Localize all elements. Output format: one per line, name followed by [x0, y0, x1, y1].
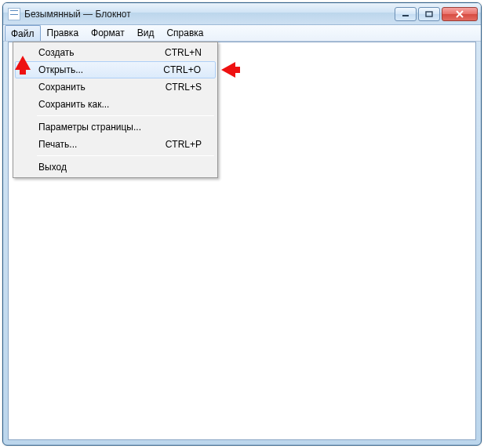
menu-view-label: Вид [137, 27, 155, 38]
menu-format-label: Формат [91, 27, 125, 38]
menu-item-new[interactable]: Создать CTRL+N [15, 44, 216, 61]
annotation-arrow-up-icon [15, 56, 31, 70]
menu-file[interactable]: Файл [5, 25, 41, 41]
menu-item-open-shortcut: CTRL+O [163, 64, 201, 75]
menu-separator [37, 115, 214, 116]
menu-help-label: Справка [166, 27, 203, 38]
menu-item-exit-label: Выход [38, 162, 67, 173]
maximize-button[interactable] [418, 7, 440, 21]
menu-item-open-label: Открыть... [38, 64, 83, 75]
menu-item-print-label: Печать... [38, 139, 77, 150]
menu-item-exit[interactable]: Выход [15, 158, 216, 176]
titlebar[interactable]: Безымянный — Блокнот [3, 3, 481, 25]
svg-rect-1 [426, 12, 432, 16]
menu-item-pagesetup[interactable]: Параметры страницы... [15, 118, 216, 136]
minimize-icon [402, 11, 409, 17]
menu-view[interactable]: Вид [131, 25, 161, 41]
notepad-window: Безымянный — Блокнот Файл Правка Формат [2, 2, 482, 446]
close-icon [455, 10, 464, 18]
maximize-icon [425, 11, 433, 17]
file-dropdown: Создать CTRL+N Открыть... CTRL+O Сохрани… [13, 42, 218, 178]
svg-rect-0 [402, 15, 409, 16]
window-controls [395, 7, 479, 21]
menu-edit-label: Правка [47, 27, 79, 38]
menu-item-print[interactable]: Печать... CTRL+P [15, 136, 216, 153]
menu-item-new-shortcut: CTRL+N [165, 47, 202, 58]
menu-format[interactable]: Формат [85, 25, 131, 41]
menu-item-saveas[interactable]: Сохранить как... [15, 96, 216, 113]
menu-item-new-label: Создать [38, 47, 75, 58]
menu-edit[interactable]: Правка [41, 25, 86, 41]
close-button[interactable] [442, 7, 478, 21]
menu-help[interactable]: Справка [160, 25, 209, 41]
menu-file-label: Файл [11, 28, 35, 39]
menu-item-save-shortcut: CTRL+S [166, 82, 202, 93]
menu-item-save[interactable]: Сохранить CTRL+S [15, 78, 216, 96]
window-title: Безымянный — Блокнот [24, 9, 395, 20]
menu-item-saveas-label: Сохранить как... [38, 99, 109, 110]
menubar: Файл Правка Формат Вид Справка [3, 25, 481, 42]
notepad-icon [8, 8, 20, 20]
annotation-arrow-left-icon [221, 62, 235, 78]
menu-item-open[interactable]: Открыть... CTRL+O [15, 61, 216, 78]
menu-item-save-label: Сохранить [38, 82, 86, 93]
menu-item-print-shortcut: CTRL+P [166, 139, 202, 150]
menu-separator [37, 155, 214, 156]
menu-item-pagesetup-label: Параметры страницы... [38, 122, 141, 133]
minimize-button[interactable] [395, 7, 417, 21]
